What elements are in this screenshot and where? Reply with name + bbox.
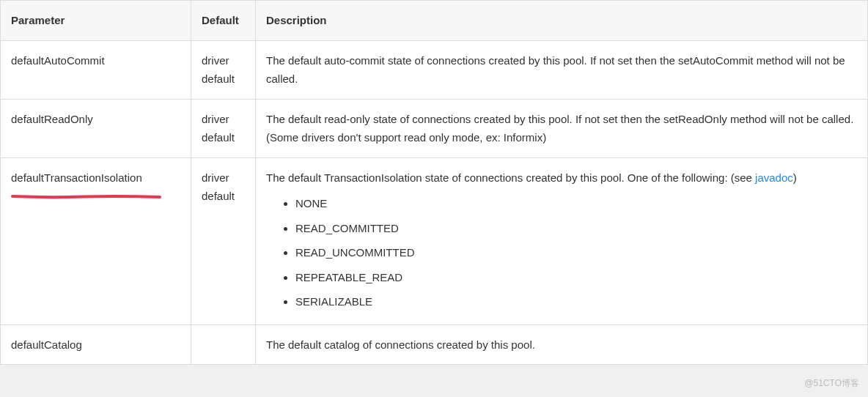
header-default: Default <box>191 1 256 41</box>
table-row: defaultReadOnly driver default The defau… <box>1 99 868 157</box>
isolation-list: NONE READ_COMMITTED READ_UNCOMMITTED REP… <box>266 191 857 314</box>
list-item: SERIALIZABLE <box>295 289 857 314</box>
cell-default: driver default <box>191 99 256 157</box>
description-prefix: The default TransactionIsolation state o… <box>266 171 755 184</box>
header-parameter: Parameter <box>1 1 191 41</box>
cell-description: The default auto-commit state of connect… <box>256 40 868 99</box>
cell-parameter: defaultCatalog <box>1 324 191 365</box>
underline-annotation-icon <box>11 186 161 190</box>
cell-default: driver default <box>191 157 256 324</box>
cell-parameter: defaultAutoCommit <box>1 40 191 99</box>
cell-default: driver default <box>191 40 256 99</box>
list-item: READ_COMMITTED <box>295 216 857 241</box>
cell-default <box>191 324 256 365</box>
cell-description: The default catalog of connections creat… <box>256 324 868 365</box>
header-description: Description <box>256 1 868 41</box>
table-header-row: Parameter Default Description <box>1 1 868 41</box>
cell-parameter: defaultTransactionIsolation <box>1 157 191 324</box>
parameters-table: Parameter Default Description defaultAut… <box>0 0 868 365</box>
cell-description: The default TransactionIsolation state o… <box>256 157 868 324</box>
description-suffix: ) <box>793 171 797 184</box>
parameter-text: defaultTransactionIsolation <box>11 171 142 184</box>
cell-description: The default read-only state of connectio… <box>256 99 868 157</box>
table-row: defaultAutoCommit driver default The def… <box>1 40 868 99</box>
javadoc-link[interactable]: javadoc <box>755 171 793 184</box>
table-container: Parameter Default Description defaultAut… <box>0 0 868 365</box>
list-item: READ_UNCOMMITTED <box>295 240 857 265</box>
watermark: @51CTO博客 <box>804 377 859 390</box>
list-item: REPEATABLE_READ <box>295 265 857 290</box>
table-row: defaultTransactionIsolation driver defau… <box>1 157 868 324</box>
table-row: defaultCatalog The default catalog of co… <box>1 324 868 365</box>
list-item: NONE <box>295 191 857 216</box>
cell-parameter: defaultReadOnly <box>1 99 191 157</box>
